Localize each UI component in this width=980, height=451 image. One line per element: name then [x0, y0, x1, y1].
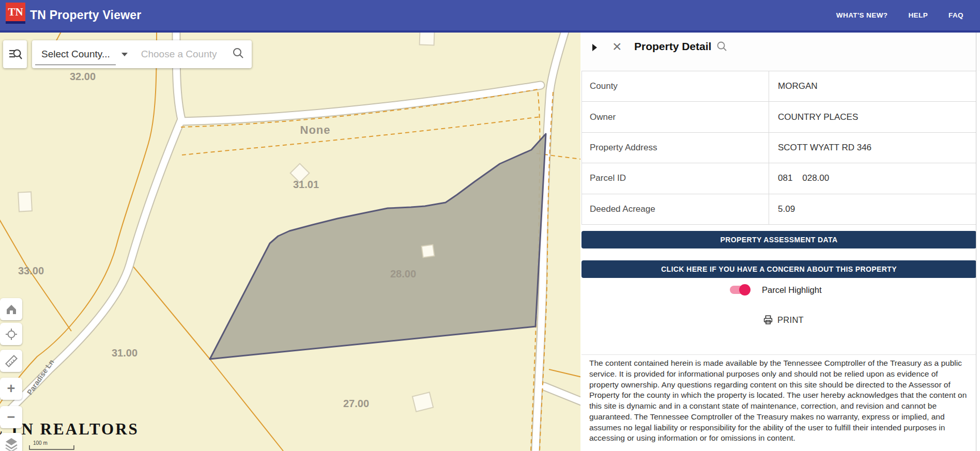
- property-detail-panel: × Property Detail County MORGAN Owner CO…: [580, 33, 980, 451]
- panel-divider: [581, 354, 976, 355]
- search-icon[interactable]: [232, 47, 244, 61]
- table-row: Parcel ID 081 028.00: [582, 163, 976, 194]
- row-label: Owner: [582, 102, 769, 132]
- tn-logo-text: TN: [8, 6, 23, 19]
- row-value: COUNTRY PLACES: [769, 102, 976, 132]
- basemap-graphics: [0, 33, 580, 451]
- table-row: County MORGAN: [582, 71, 976, 102]
- row-value: 081 028.00: [769, 163, 976, 194]
- panel-title: Property Detail: [634, 40, 711, 53]
- expand-panel-arrow-icon[interactable]: [592, 44, 597, 51]
- close-icon[interactable]: ×: [612, 38, 622, 55]
- building-icon: [290, 164, 310, 183]
- table-row: Owner COUNTRY PLACES: [582, 102, 976, 132]
- tn-logo: TN: [6, 3, 25, 21]
- row-value: 5.09: [769, 194, 976, 224]
- panel-header: × Property Detail: [580, 33, 980, 71]
- property-assessment-data-button[interactable]: PROPERTY ASSESSMENT DATA: [581, 231, 976, 248]
- row-label: Property Address: [582, 132, 769, 163]
- select-underline: [35, 65, 116, 65]
- nav-link-whats-new[interactable]: WHAT'S NEW?: [836, 11, 888, 19]
- property-concern-button[interactable]: CLICK HERE IF YOU HAVE A CONCERN ABOUT T…: [581, 260, 976, 278]
- scale-bar-label: 100 m: [33, 440, 48, 446]
- layers-button[interactable]: [0, 433, 22, 451]
- chevron-down-icon: [121, 53, 128, 56]
- highlighted-parcel[interactable]: [210, 134, 546, 359]
- legend-search-icon: [7, 47, 23, 61]
- building-icon: [422, 245, 435, 258]
- panel-scrollbar-track[interactable]: [976, 33, 976, 451]
- row-value: SCOTT WYATT RD 346: [769, 132, 976, 163]
- county-select-value: Select County...: [41, 49, 110, 60]
- nav-link-faq[interactable]: FAQ: [948, 11, 963, 19]
- building-icon: [18, 192, 32, 211]
- tn-logo-underline: [6, 21, 25, 24]
- county-search-input[interactable]: [140, 48, 230, 60]
- measure-button[interactable]: [0, 350, 22, 372]
- row-label: Deeded Acreage: [582, 194, 769, 224]
- ruler-icon: [4, 354, 19, 368]
- building-icon: [412, 392, 433, 411]
- locate-icon: [4, 327, 19, 341]
- map-canvas[interactable]: 32.00 None 31.01 33.00 28.00 31.00 27.00…: [0, 33, 580, 451]
- print-button[interactable]: PRINT: [762, 314, 804, 325]
- zoom-out-icon: −: [7, 410, 16, 424]
- printer-icon: [762, 314, 774, 325]
- top-navbar: TN TN Property Viewer WHAT'S NEW? HELP F…: [0, 0, 980, 33]
- toggle-knob: [739, 284, 751, 296]
- home-button[interactable]: [0, 298, 22, 320]
- zoom-in-button[interactable]: +: [0, 378, 22, 400]
- locate-button[interactable]: [0, 323, 22, 345]
- property-detail-table: County MORGAN Owner COUNTRY PLACES Prope…: [581, 71, 976, 225]
- parcel-highlight-row: Parcel Highlight: [730, 283, 822, 297]
- building-icon: [420, 33, 435, 45]
- row-label: Parcel ID: [582, 163, 769, 194]
- zoom-out-button[interactable]: −: [0, 406, 22, 428]
- parcel-highlight-toggle[interactable]: [730, 286, 748, 294]
- scale-bar: [29, 445, 74, 449]
- table-row: Property Address SCOTT WYATT RD 346: [582, 132, 976, 163]
- disclaimer-text: The content contained herein is made ava…: [589, 358, 968, 444]
- legend-search-button[interactable]: [3, 40, 27, 68]
- app-title: TN Property Viewer: [30, 0, 141, 30]
- nav-links: WHAT'S NEW? HELP FAQ: [836, 0, 963, 30]
- table-row: Deeded Acreage 5.09: [582, 194, 976, 224]
- panel-search-icon[interactable]: [716, 41, 728, 54]
- row-label: County: [582, 71, 769, 102]
- parcel-highlight-label: Parcel Highlight: [762, 285, 822, 295]
- county-select-dropdown[interactable]: Select County...: [32, 40, 128, 68]
- zoom-in-icon: +: [7, 382, 16, 396]
- county-search-bar: Select County...: [32, 40, 252, 68]
- home-icon: [4, 302, 19, 317]
- nav-link-help[interactable]: HELP: [908, 11, 928, 19]
- row-value: MORGAN: [769, 71, 976, 102]
- layers-icon: [4, 437, 19, 451]
- print-button-label: PRINT: [777, 315, 804, 325]
